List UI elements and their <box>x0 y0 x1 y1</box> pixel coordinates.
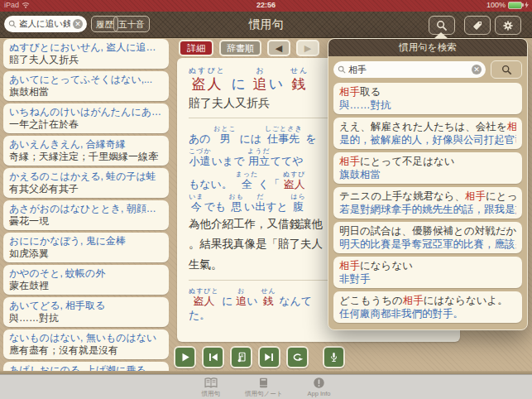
popover-search-input[interactable] <box>348 65 469 75</box>
idiom-japanese: かやのそと, 蚊帳の外 <box>9 267 163 280</box>
search-icon <box>338 65 346 74</box>
idiom-list-item[interactable]: あさがおのはなひととき, 朝顔… 曇花一現 <box>3 200 169 230</box>
idiom-list-item[interactable]: いちねんのけいはがんたんにあ… 一年之計在於春 <box>3 103 169 133</box>
next-button[interactable] <box>258 346 280 368</box>
result-chinese: 任何廠商都非我們的對手。 <box>339 307 516 320</box>
syllabary-button[interactable]: 五十音 <box>113 16 150 32</box>
popover-arrow <box>434 32 448 39</box>
popover-go-search-button[interactable] <box>491 60 522 79</box>
idiom-list-item[interactable]: あいてにとってふそくはない,... 旗鼓相當 <box>3 71 169 101</box>
tab-bar: 慣用句 慣用句ノート App Info <box>0 374 532 399</box>
repeat-button[interactable] <box>286 346 309 368</box>
next-icon <box>263 351 276 363</box>
back-button[interactable]: ◀ <box>267 40 290 56</box>
idiom-chinese: 曇花一現 <box>9 215 163 228</box>
result-japanese: 相手にならない <box>339 259 516 272</box>
idiom-japanese: いちねんのけいはがんたんにあ… <box>9 106 163 118</box>
read-page-icon <box>235 351 247 363</box>
search-icon <box>436 20 448 31</box>
idiom-chinese: 蒙在鼓裡 <box>9 280 163 292</box>
popover-search-field[interactable]: ✕ <box>333 61 486 78</box>
tab-label: App Info <box>307 390 330 397</box>
tab-idiom-notes[interactable]: 慣用句ノート <box>245 375 282 399</box>
book-icon <box>204 377 218 389</box>
result-chinese: 與……對抗 <box>339 99 516 112</box>
repeat-icon <box>291 351 304 363</box>
result-chinese: 旗鼓相當 <box>339 168 516 181</box>
app-info-icon <box>313 377 325 389</box>
idiom-list-item[interactable]: かえるのこはかえる, 蛙の子は蛙 有其父必有其子 <box>3 168 169 198</box>
idiom-list-item[interactable]: あいえんきえん, 合縁奇縁 奇縁；天縁注定；千里姻縁一線牽 <box>3 136 169 166</box>
settings-button[interactable] <box>495 16 521 35</box>
idiom-japanese: あさがおのはなひととき, 朝顔… <box>9 203 163 215</box>
search-result-item[interactable]: テニスの上手な姚君なら、相手にとって不足… 若是對網球拿手的姚先生的話，跟我是旗… <box>333 187 522 219</box>
search-result-item[interactable]: 明日の試合は、優勝候補との対戦だから、相… 明天的比賽是爭奪冠亞軍的比賽，應該是… <box>333 222 522 253</box>
clear-search-icon[interactable]: ✕ <box>472 65 482 75</box>
entry-toolbar: 詳細 辞書順 ◀ ▶ <box>179 40 319 56</box>
idiom-chinese: 旗鼓相當 <box>9 86 163 99</box>
idiom-list-item[interactable]: ないものはない, 無いものはない 應有盡有；沒有就是沒有 <box>3 329 169 359</box>
search-result-item[interactable]: ええ、解雇された人たちは、会社を相手取っ… 是的，被解雇的人，好像與公司打起官司… <box>333 118 522 149</box>
idiom-list: ぬすびとにおいせん, 盗人に追… 賠了夫人又折兵 あいてにとってふそくはない,.… <box>3 39 169 374</box>
forward-button[interactable]: ▶ <box>296 40 319 56</box>
idiom-list-item[interactable]: ぬすびとにおいせん, 盗人に追… 賠了夫人又折兵 <box>3 39 169 69</box>
search-icon <box>501 65 512 75</box>
idiom-chinese: 一年之計在於春 <box>9 118 163 131</box>
read-page-button[interactable] <box>230 346 252 368</box>
idiom-list-item[interactable]: かやのそと, 蚊帳の外 蒙在鼓裡 <box>3 265 169 295</box>
result-japanese: 相手取る <box>339 85 516 99</box>
previous-icon <box>207 351 219 363</box>
idiom-japanese: おににかなぼう, 鬼に金棒 <box>9 235 163 248</box>
play-icon <box>179 351 191 363</box>
search-results-list: 相手取る 與……對抗 ええ、解雇された人たちは、会社を相手取っ… 是的，被解雇的… <box>328 83 527 323</box>
app-screen: iPad 22:56 100% 慣用句 ✕ 履歴 五十 <box>0 0 532 399</box>
search-icon <box>8 20 17 28</box>
result-chinese: 非對手 <box>339 272 516 286</box>
popover-title: 慣用句を検索 <box>328 39 527 56</box>
popover-search-row: ✕ <box>328 56 527 83</box>
battery-percent: 100% <box>486 1 506 9</box>
tab-app-info[interactable]: App Info <box>307 375 330 399</box>
detail-button[interactable]: 詳細 <box>179 40 213 56</box>
idiom-japanese: あいてどる, 相手取る <box>9 300 163 312</box>
main-search-field[interactable]: ✕ <box>4 16 87 32</box>
idiom-chinese: 奇縁；天縁注定；千里姻縁一線牽 <box>9 151 163 163</box>
idiom-chinese: 有其父必有其子 <box>9 183 163 195</box>
tag-icon <box>472 20 483 31</box>
play-button[interactable] <box>174 346 196 368</box>
result-japanese: 相手にとって不足はない <box>339 155 516 168</box>
idiom-japanese: ないものはない, 無いものはない <box>9 332 163 344</box>
microphone-button[interactable] <box>323 346 345 368</box>
previous-button[interactable] <box>202 346 224 368</box>
search-result-item[interactable]: 相手にならない 非對手 <box>333 257 522 288</box>
search-result-item[interactable]: 相手にとって不足はない 旗鼓相當 <box>333 152 522 184</box>
result-japanese: どこもうちの相手にはならないよ。 <box>339 294 516 307</box>
tab-idioms[interactable]: 慣用句 <box>202 375 221 399</box>
idiom-chinese: 賠了夫人又折兵 <box>9 54 163 66</box>
bookmark-tag-button[interactable] <box>464 16 491 35</box>
search-result-item[interactable]: 相手取る 與……對抗 <box>333 83 522 114</box>
notebook-icon <box>258 377 269 389</box>
result-chinese: 明天的比賽是爭奪冠亞軍的比賽，應該是旗鼓… <box>339 238 516 251</box>
idiom-list-item[interactable]: あいてどる, 相手取る 與……對抗 <box>3 297 169 327</box>
dictionary-order-button[interactable]: 辞書順 <box>219 40 261 56</box>
clear-search-icon[interactable]: ✕ <box>73 19 83 29</box>
status-bar: iPad 22:56 100% <box>0 0 532 12</box>
tab-label: 慣用句 <box>202 390 221 398</box>
search-result-item[interactable]: どこもうちの相手にはならないよ。 任何廠商都非我們的對手。 <box>333 291 522 323</box>
result-chinese: 是的，被解雇的人，好像與公司打起官司的樣… <box>339 133 516 147</box>
idiom-list-item[interactable]: おににかなぼう, 鬼に金棒 如虎添翼 <box>3 233 169 262</box>
idiom-japanese: あいてにとってふそくはない,... <box>9 74 163 86</box>
battery-icon <box>508 2 522 9</box>
result-japanese: テニスの上手な姚君なら、相手にとって不足… <box>339 190 516 203</box>
idiom-chinese: 如虎添翼 <box>9 248 163 260</box>
search-input[interactable] <box>19 19 70 29</box>
playback-toolbar <box>174 346 351 368</box>
idiom-japanese: かえるのこはかえる, 蛙の子は蛙 <box>9 171 163 183</box>
idiom-japanese: ぬすびとにおいせん, 盗人に追… <box>9 41 163 54</box>
result-japanese: 明日の試合は、優勝候補との対戦だから、相… <box>339 224 516 238</box>
tab-label: 慣用句ノート <box>245 390 282 398</box>
gear-icon <box>502 20 514 31</box>
charging-bolt-icon <box>525 2 529 8</box>
idiom-chinese: 與……對抗 <box>9 312 163 324</box>
